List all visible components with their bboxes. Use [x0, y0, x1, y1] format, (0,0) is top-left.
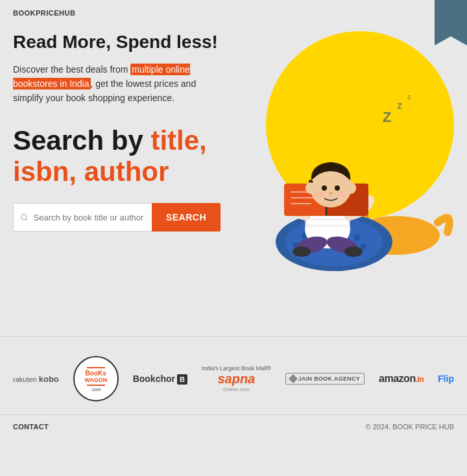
sapna-tagline: India's Largest Book Mall®: [202, 365, 271, 372]
sapna-logo: India's Largest Book Mall® sapna Online.…: [202, 365, 271, 392]
search-heading-prefix: Search by: [13, 125, 150, 156]
bw-com-text: .com: [91, 387, 101, 392]
svg-point-0: [21, 215, 27, 220]
rakuten-kobo-logo: rakuten kobo: [13, 374, 59, 384]
svg-point-42: [305, 182, 315, 194]
partner-amazon[interactable]: amazon.in: [379, 373, 424, 385]
partner-flipkart[interactable]: Flip: [438, 374, 454, 384]
svg-point-43: [347, 182, 356, 194]
partner-bookchor[interactable]: BookchorB: [133, 374, 187, 385]
svg-text:Z: Z: [383, 109, 391, 125]
footer: CONTACT © 2024. BOOK PRICE HUB: [0, 414, 467, 438]
partners-section: rakuten kobo BooKs WAGON .com BookchorB …: [0, 336, 467, 414]
hero-illustration: Z z z: [234, 31, 454, 323]
partner-sapna[interactable]: India's Largest Book Mall® sapna Online.…: [202, 365, 271, 392]
jain-text: JAIN BOOK AGENCY: [298, 375, 360, 382]
partner-rakuten-kobo[interactable]: rakuten kobo: [13, 374, 59, 384]
hero-section: Read More, Spend less! Discover the best…: [0, 25, 467, 336]
svg-point-41: [337, 191, 347, 198]
hero-content: Read More, Spend less! Discover the best…: [13, 31, 234, 323]
bw-dot-top: [87, 367, 105, 368]
books-wagon-logo: BooKs WAGON .com: [73, 356, 119, 401]
hero-title: Read More, Spend less!: [13, 31, 221, 53]
partner-jain[interactable]: JAIN BOOK AGENCY: [285, 373, 365, 385]
search-button[interactable]: SEARCH: [152, 203, 221, 232]
copyright-text: © 2024. BOOK PRICE HUB: [366, 423, 455, 431]
illustration-svg: Z z z: [234, 44, 454, 278]
svg-point-29: [344, 246, 363, 257]
contact-link[interactable]: CONTACT: [13, 423, 49, 431]
svg-point-37: [322, 185, 327, 191]
desc-prefix: Discover the best deals from: [13, 64, 130, 75]
search-icon: [20, 213, 29, 222]
svg-point-28: [293, 246, 311, 257]
bookchor-logo: BookchorB: [133, 374, 187, 385]
svg-point-19: [361, 244, 366, 249]
svg-rect-24: [306, 218, 349, 220]
site-logo[interactable]: BOOKPRICEHUB: [13, 9, 75, 17]
bw-wagon-text: WAGON: [84, 377, 107, 383]
svg-point-16: [353, 234, 360, 241]
svg-rect-25: [306, 224, 349, 227]
bw-dot-bottom: [87, 385, 105, 386]
svg-text:z: z: [407, 93, 411, 101]
svg-point-40: [315, 191, 325, 198]
partner-books-wagon[interactable]: BooKs WAGON .com: [73, 356, 119, 401]
sapna-url: Online.com: [223, 387, 249, 392]
search-input[interactable]: [34, 213, 145, 222]
bookchor-b-icon: B: [177, 374, 187, 385]
flipkart-logo: Flip: [438, 374, 454, 384]
jain-logo: JAIN BOOK AGENCY: [285, 373, 365, 385]
amazon-logo: amazon.in: [379, 373, 424, 385]
svg-line-1: [26, 219, 27, 220]
svg-point-38: [335, 185, 340, 191]
svg-point-39: [329, 192, 333, 195]
hero-description: Discover the best deals from multiple on…: [13, 62, 221, 106]
jain-diamond-icon: [289, 374, 298, 383]
search-heading: Search by title, isbn, author: [13, 125, 221, 188]
svg-text:z: z: [397, 100, 402, 111]
bw-books-text: BooKs: [86, 370, 106, 377]
search-bar: SEARCH: [13, 203, 221, 232]
topnav: BOOKPRICEHUB: [0, 0, 467, 25]
search-input-wrap: [13, 203, 152, 232]
sapna-name: sapna: [217, 372, 255, 387]
